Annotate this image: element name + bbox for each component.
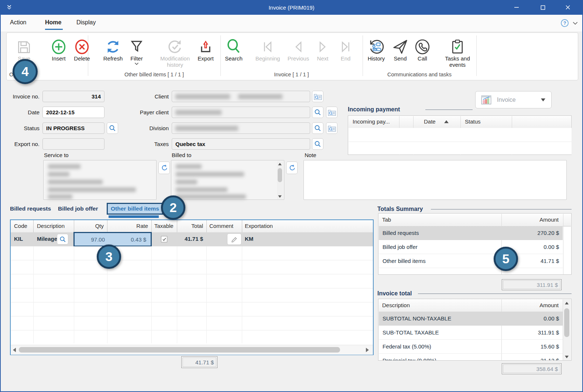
incoming-payment-table[interactable]: Incoming pay... Date Status [348,115,572,155]
invoice-total-row-provincial-tax[interactable]: Provincial tax (9.98%) 31.13 $ [379,354,563,361]
exportation-col[interactable]: Exportation [245,223,273,229]
maximize-button[interactable] [535,2,550,13]
scrollbar-thumb[interactable] [19,347,340,353]
insert-button[interactable]: Insert [48,35,70,62]
summary-row-other-billed-items[interactable]: Other billed items 41.71 $ [379,254,563,268]
scroll-right-icon[interactable] [366,348,369,352]
qty-cell[interactable]: 97.00 [75,236,105,243]
total-cell[interactable]: 41.71 $ [177,236,203,242]
service-to-textarea[interactable] [43,160,157,200]
search-button[interactable]: Search [222,35,245,62]
description-col[interactable]: Description [37,223,65,229]
taxes-field[interactable]: Quebec tax [172,138,310,150]
refresh-button[interactable]: Refresh [100,35,126,62]
rate-cell[interactable]: 0.43 $ [105,236,146,243]
description-cell[interactable]: Mileage [37,236,57,242]
status-col[interactable]: Status [465,118,481,125]
description-lookup-button[interactable] [57,234,68,244]
tasks-and-events-button[interactable]: Tasks and events [439,35,476,68]
horizontal-scrollbar[interactable] [11,345,373,355]
invoice-no-field[interactable]: 314 [42,91,104,102]
payer-client-lookup-button[interactable] [312,107,323,118]
exportation-cell[interactable]: KM [245,236,253,242]
payer-client-field[interactable] [172,107,310,118]
comment-col[interactable]: Comment [209,223,233,229]
highlighted-qty-rate-cells[interactable]: 97.00 0.43 $ [73,232,152,247]
menu-tab-action[interactable]: Action [10,19,26,26]
minimize-button[interactable] [509,2,524,13]
send-button[interactable]: Send [390,35,411,62]
billed-to-scrollbar[interactable] [277,162,283,199]
menu-tab-home[interactable]: Home [45,19,61,26]
next-button[interactable]: Next [314,35,332,62]
amount-col[interactable]: Amount [501,302,559,308]
billed-to-textarea[interactable] [171,160,284,200]
help-button[interactable]: ? [560,19,569,29]
client-folder-button[interactable] [312,91,323,102]
invoice-total-row-federal-tax[interactable]: Federal tax (5.00%) 15.60 $ [379,340,563,354]
scroll-up-icon[interactable] [565,302,569,305]
division-lookup-button[interactable] [312,122,323,134]
client-field[interactable] [172,91,310,102]
modification-history-button[interactable]: Modification history [156,35,194,68]
incoming-payment-col[interactable]: Incoming pay... [353,118,390,125]
scroll-down-icon[interactable] [278,195,282,198]
call-button[interactable]: Call [413,35,432,62]
division-field[interactable] [172,122,310,134]
comment-edit-button[interactable] [227,233,241,245]
delete-button[interactable]: Delete [71,35,93,62]
filter-button[interactable]: Filter [127,35,147,65]
tab-col[interactable]: Tab [382,216,391,223]
taxes-lookup-button[interactable] [312,138,323,150]
magnifier-icon [109,125,116,132]
history-button[interactable]: History [364,35,388,62]
magnifier-icon [59,236,66,243]
call-label: Call [418,55,427,62]
note-textarea[interactable] [303,160,567,200]
date-field[interactable]: 2022-12-15 [42,107,104,118]
payer-client-folder-button[interactable] [326,107,337,118]
division-folder-button[interactable] [326,122,337,134]
scrollbar-thumb[interactable] [564,308,569,337]
note-label: Note [305,152,316,158]
status-field[interactable]: IN PROGRESS [42,122,104,134]
scroll-down-icon[interactable] [565,356,569,358]
billed-to-refresh-button[interactable] [286,162,298,174]
tab-billed-job-offer[interactable]: Billed job offer [58,205,98,212]
table-row[interactable]: KIL Mileage 41.71 $ KM [11,232,373,246]
save-button[interactable]: Save [13,35,35,62]
invoice-total-scrollbar[interactable] [563,299,571,361]
date-col[interactable]: Date [424,118,436,125]
end-button[interactable]: End [337,35,354,62]
taxable-checkbox[interactable] [161,236,167,242]
export-button[interactable]: Export [194,35,217,62]
service-to-refresh-button[interactable] [158,162,170,174]
group-separator [220,35,221,76]
description-col[interactable]: Description [382,302,410,308]
rate-col[interactable]: Rate [107,223,148,229]
chevron-down-icon[interactable] [573,22,578,25]
status-lookup-button[interactable] [107,122,118,134]
qty-col[interactable]: Qty [74,223,104,229]
invoice-total-row-subtotal-nontaxable[interactable]: SUBTOTAL NON-TAXABLE 0.00 $ [379,312,563,326]
menu-tab-display[interactable]: Display [76,19,96,26]
total-col[interactable]: Total [177,223,203,229]
tab-billed-requests[interactable]: Billed requests [10,205,51,212]
magnifier-icon [314,109,321,116]
view-selector-dropdown[interactable]: Invoice [475,91,552,108]
scroll-left-icon[interactable] [13,348,16,352]
amount-col[interactable]: Amount [501,216,559,223]
export-no-field[interactable] [42,138,104,150]
scrollbar-thumb[interactable] [278,168,282,182]
code-col[interactable]: Code [14,223,27,229]
taxable-col[interactable]: Taxable [154,223,174,229]
tab-other-billed-items[interactable]: Other billed items [111,205,159,212]
invoice-total-row-subtotal-taxable[interactable]: SUB-TOTAL TAXABLE 311.91 $ [379,326,563,340]
close-button[interactable] [560,2,575,13]
beginning-button[interactable]: Beginning [253,35,282,62]
summary-row-billed-requests[interactable]: Billed requests 270.20 $ [379,226,563,240]
scroll-up-icon[interactable] [278,163,282,165]
code-cell[interactable]: KIL [14,236,23,242]
summary-row-billed-job-offer[interactable]: Billed job offer 0.00 $ [379,240,563,254]
previous-button[interactable]: Previous [285,35,312,62]
